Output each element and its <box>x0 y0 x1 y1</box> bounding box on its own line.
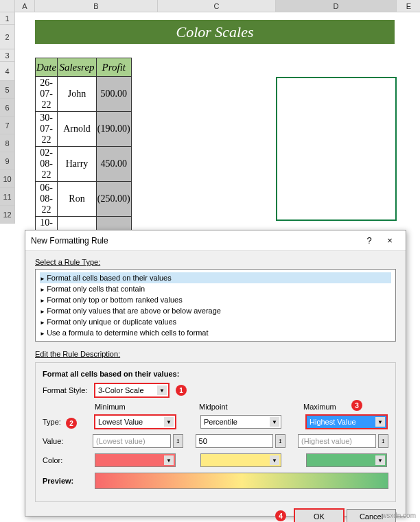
format-style-label: Format Style: <box>43 386 92 394</box>
chevron-down-icon: ▼ <box>157 385 167 395</box>
new-formatting-rule-dialog: New Formatting Rule ? × Select a Rule Ty… <box>25 230 406 517</box>
cell-date[interactable]: 26-07-22 <box>36 77 58 112</box>
spreadsheet: A B C D E 1 2 3 4 5 6 7 8 9 10 11 12 Col… <box>0 0 420 230</box>
edit-header: Format all cells based on their values: <box>43 370 388 378</box>
row-header-10[interactable]: 10 <box>0 170 15 188</box>
cell-date[interactable]: 30-07-22 <box>36 112 58 147</box>
range-picker-icon[interactable]: ↥ <box>173 434 183 448</box>
max-color-picker[interactable]: ▼ <box>306 453 387 467</box>
col-header-C[interactable]: C <box>158 0 276 12</box>
watermark: wsxdn.com <box>382 512 416 519</box>
mid-color-picker[interactable]: ▼ <box>200 453 281 467</box>
cell-profit[interactable]: (190.00) <box>96 112 131 147</box>
cell-rep[interactable]: Arnold <box>58 112 97 147</box>
header-salesrep[interactable]: Salesrep <box>58 58 97 77</box>
min-value-input[interactable]: (Lowest value) <box>93 434 171 448</box>
cell-rep[interactable]: John <box>58 77 97 112</box>
cell-date[interactable]: 06-08-22 <box>36 182 58 217</box>
type-label: Type: 2 <box>43 418 92 426</box>
color-label: Color: <box>43 456 92 464</box>
edit-rule-section: Format all cells based on their values: … <box>35 362 396 502</box>
mid-value-input[interactable]: 50 <box>196 434 274 448</box>
row-header-11[interactable]: 11 <box>0 188 15 206</box>
callout-1: 1 <box>176 385 187 396</box>
rule-type-list[interactable]: Format all cells based on their values F… <box>35 269 396 342</box>
chevron-down-icon: ▼ <box>270 417 279 427</box>
range-picker-icon[interactable]: ↥ <box>378 434 388 448</box>
cell-profit[interactable]: 500.00 <box>96 77 131 112</box>
range-picker-icon[interactable]: ↥ <box>275 434 285 448</box>
row-header-2[interactable]: 2 <box>0 25 15 49</box>
row-header-3[interactable]: 3 <box>0 49 15 62</box>
edit-rule-label: Edit the Rule Description: <box>35 350 396 358</box>
rule-type-item[interactable]: Format only unique or duplicate values <box>40 316 391 327</box>
row-headers: 1 2 3 4 5 6 7 8 9 10 11 12 <box>0 12 15 224</box>
preview-label: Preview: <box>43 477 92 485</box>
help-button[interactable]: ? <box>359 233 380 249</box>
ok-button[interactable]: OK <box>294 509 344 522</box>
header-profit[interactable]: Profit <box>96 58 131 77</box>
max-type-dropdown[interactable]: Highest Value▼ <box>306 415 387 429</box>
chevron-down-icon: ▼ <box>375 417 385 427</box>
chevron-down-icon: ▼ <box>375 455 385 465</box>
chevron-down-icon: ▼ <box>164 417 174 427</box>
cell-profit[interactable]: (250.00) <box>96 182 131 217</box>
row-header-8[interactable]: 8 <box>0 134 15 152</box>
row-header-5[interactable]: 5 <box>0 81 15 99</box>
select-rule-type-label: Select a Rule Type: <box>35 258 396 266</box>
format-style-value: 3-Color Scale <box>98 386 144 394</box>
mid-type-dropdown[interactable]: Percentile▼ <box>200 415 281 429</box>
dialog-titlebar[interactable]: New Formatting Rule ? × <box>25 230 406 251</box>
rule-type-item[interactable]: Use a formula to determine which cells t… <box>40 327 391 338</box>
cell-date[interactable]: 02-08-22 <box>36 147 58 182</box>
midpoint-label: Midpoint <box>199 403 284 411</box>
row-header-12[interactable]: 12 <box>0 206 15 224</box>
callout-2: 2 <box>66 418 77 429</box>
col-header-B[interactable]: B <box>35 0 158 12</box>
rule-type-item[interactable]: Format only cells that contain <box>40 283 391 294</box>
row-header-7[interactable]: 7 <box>0 117 15 134</box>
col-header-E[interactable]: E <box>397 0 420 12</box>
row-header-9[interactable]: 9 <box>0 152 15 170</box>
callout-3: 3 <box>351 400 362 411</box>
cell-profit[interactable]: 450.00 <box>96 147 131 182</box>
cell-rep[interactable]: Harry <box>58 147 97 182</box>
max-value-input[interactable]: (Highest value) <box>298 434 376 448</box>
rule-type-item[interactable]: Format all cells based on their values <box>40 272 391 283</box>
minimum-label: Minimum <box>95 403 180 411</box>
cell-rep[interactable]: Ron <box>58 182 97 217</box>
chevron-down-icon: ▼ <box>270 455 279 465</box>
header-date[interactable]: Date <box>36 58 58 77</box>
maximum-label: Maximum 3 <box>303 403 388 411</box>
value-label: Value: <box>43 437 90 445</box>
title-cell[interactable]: Color Scales <box>35 20 395 44</box>
format-style-dropdown[interactable]: 3-Color Scale ▼ <box>95 383 169 397</box>
preview-gradient <box>95 473 388 489</box>
chevron-down-icon: ▼ <box>164 455 174 465</box>
dialog-title: New Formatting Rule <box>31 236 108 246</box>
rule-type-item[interactable]: Format only top or bottom ranked values <box>40 294 391 305</box>
row-header-6[interactable]: 6 <box>0 99 15 117</box>
row-header-4[interactable]: 4 <box>0 62 15 81</box>
min-type-dropdown[interactable]: Lowest Value▼ <box>95 415 176 429</box>
row-header-1[interactable]: 1 <box>0 12 15 25</box>
callout-4: 4 <box>275 510 286 521</box>
col-header-D[interactable]: D <box>276 0 397 12</box>
col-header-A[interactable]: A <box>15 0 35 12</box>
select-all-corner[interactable] <box>0 0 15 12</box>
close-button[interactable]: × <box>380 233 400 249</box>
rule-type-item[interactable]: Format only values that are above or bel… <box>40 305 391 316</box>
column-headers: A B C D E <box>15 0 420 12</box>
min-color-picker[interactable]: ▼ <box>95 453 176 467</box>
selection-outline <box>276 77 397 221</box>
